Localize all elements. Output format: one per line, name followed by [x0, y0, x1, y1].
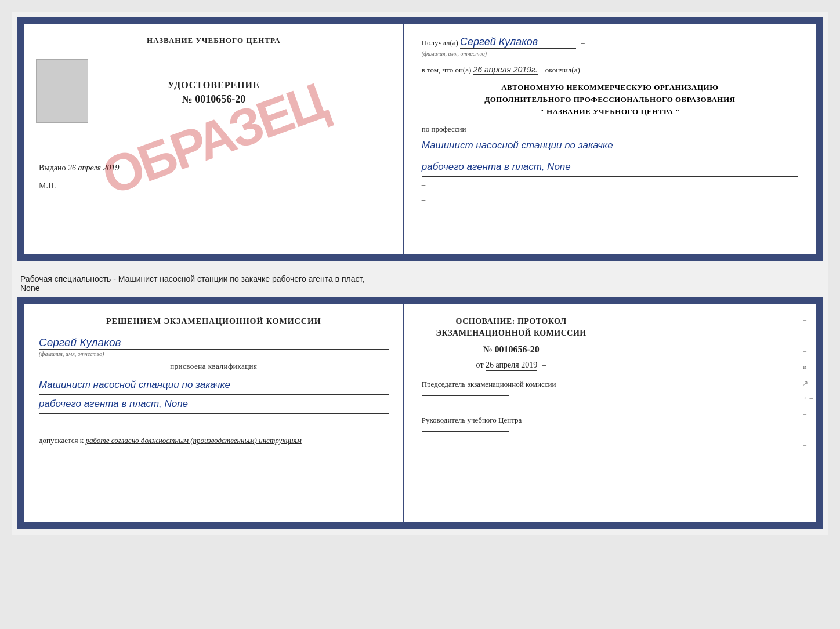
rukovoditel-label: Руководитель учебного Центра	[422, 415, 601, 427]
bottom-doc-right-wrapper: Основание: протокол экзаменационной коми…	[404, 304, 816, 522]
bottom-doc-left: Решением экзаменационной комиссии Сергей…	[24, 304, 404, 522]
vtom-label: в том, что он(а)	[422, 66, 472, 74]
mp-line: М.П.	[39, 181, 389, 191]
person-name-bottom: Сергей Кулаков	[39, 336, 389, 350]
org-line3: " НАЗВАНИЕ УЧЕБНОГО ЦЕНТРА "	[422, 106, 798, 118]
right-margin-dashes: – – – и ,а ←– – – – – –	[803, 316, 813, 479]
description-text: Рабочая специальность - Машинист насосно…	[17, 270, 823, 297]
fio-hint-top: (фамилия, имя, отчество)	[422, 50, 487, 57]
okonchil-label: окончил(а)	[545, 66, 580, 74]
udostoverenie-block: УДОСТОВЕРЕНИЕ № 0010656-20	[39, 80, 389, 106]
qualification-line2: рабочего агента в пласт, None	[39, 395, 389, 414]
vydano-line: Выдано 26 апреля 2019	[39, 163, 389, 173]
profession-line2-top: рабочего агента в пласт, None	[422, 158, 798, 177]
predsedatel-block: Председатель экзаменационной комиссии	[422, 379, 601, 403]
vydano-label: Выдано	[39, 163, 66, 172]
dopuskaetsya-block: допускается к работе согласно должностны…	[39, 436, 389, 445]
top-doc-right: Получил(а) Сергей Кулаков – (фамилия, им…	[404, 24, 816, 254]
protocol-date: от 26 апреля 2019 –	[422, 361, 601, 370]
ot-label: от	[476, 361, 484, 369]
org-block: АВТОНОМНУЮ НЕКОММЕРЧЕСКУЮ ОРГАНИЗАЦИЮ ДО…	[422, 82, 798, 118]
protocol-date-value: 26 апреля 2019	[486, 361, 537, 371]
profession-label-top: по профессии	[422, 125, 798, 134]
poluchil-label: Получил(а)	[422, 38, 458, 47]
vtom-row: в том, что он(а) 26 апреля 2019г. окончи…	[422, 65, 798, 75]
osnovanie-title: Основание: протокол экзаменационной коми…	[422, 316, 601, 339]
org-line2: ДОПОЛНИТЕЛЬНОГО ПРОФЕССИОНАЛЬНОГО ОБРАЗО…	[422, 94, 798, 106]
desc-line2: None	[20, 283, 820, 293]
desc-line1: Рабочая специальность - Машинист насосно…	[20, 274, 820, 283]
rukovoditel-signature-line	[422, 431, 509, 432]
person-name-top: Сергей Кулаков	[460, 36, 576, 49]
udostoverenie-number: № 0010656-20	[39, 93, 389, 106]
prisvoena-label: присвоена квалификация	[39, 362, 389, 371]
dash-lines-top: ––	[422, 177, 798, 207]
poluchil-row: Получил(а) Сергей Кулаков – (фамилия, им…	[422, 36, 798, 58]
fio-hint-bottom: (фамилия, имя, отчество)	[39, 351, 389, 357]
top-left-title: НАЗВАНИЕ УЧЕБНОГО ЦЕНТРА	[39, 36, 389, 45]
bottom-document: Решением экзаменационной комиссии Сергей…	[17, 297, 823, 529]
udostoverenie-title: УДОСТОВЕРЕНИЕ	[39, 80, 389, 90]
top-doc-left: НАЗВАНИЕ УЧЕБНОГО ЦЕНТРА ОБРАЗЕЦ УДОСТОВ…	[24, 24, 404, 254]
commission-title: Решением экзаменационной комиссии	[39, 316, 389, 328]
dopuskaetsya-label: допускается к	[39, 436, 84, 445]
predsedatel-label: Председатель экзаменационной комиссии	[422, 379, 601, 391]
vtom-date: 26 апреля 2019г.	[473, 65, 538, 75]
profession-line1-top: Машинист насосной станции по закачке	[422, 137, 798, 155]
bottom-doc-right: Основание: протокол экзаменационной коми…	[404, 304, 618, 450]
document-container: НАЗВАНИЕ УЧЕБНОГО ЦЕНТРА ОБРАЗЕЦ УДОСТОВ…	[12, 12, 828, 535]
rukovoditel-block: Руководитель учебного Центра	[422, 415, 601, 439]
predsedatel-signature-line	[422, 395, 509, 396]
protocol-number: № 0010656-20	[422, 344, 601, 355]
org-line1: АВТОНОМНУЮ НЕКОММЕРЧЕСКУЮ ОРГАНИЗАЦИЮ	[422, 82, 798, 94]
dopuskaetsya-text: работе согласно должностным (производств…	[85, 436, 301, 445]
qualification-line1: Машинист насосной станции по закачке	[39, 376, 389, 395]
vydano-date: 26 апреля 2019	[68, 163, 119, 172]
top-document: НАЗВАНИЕ УЧЕБНОГО ЦЕНТРА ОБРАЗЕЦ УДОСТОВ…	[17, 17, 823, 261]
